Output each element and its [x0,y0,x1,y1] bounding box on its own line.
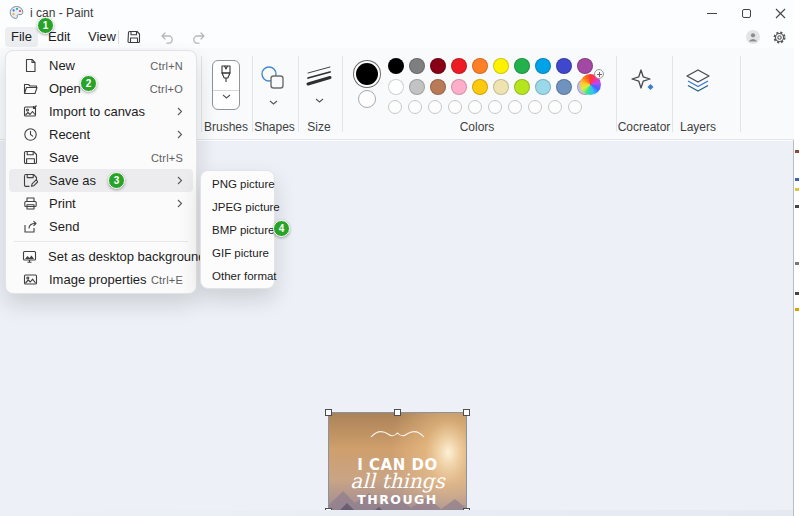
palette-empty-slot[interactable] [488,100,502,114]
menu-item-new[interactable]: New Ctrl+N [9,54,193,77]
toolbar-divider [740,56,741,132]
menu-item-set-as-desktop-background[interactable]: Set as desktop background [9,245,193,268]
close-button[interactable] [763,0,797,26]
cocreator-label: Cocreator [616,120,672,134]
minimize-icon [707,13,717,14]
account-button[interactable] [742,27,764,47]
palette-empty-slot[interactable] [448,100,462,114]
save-as-icon [22,173,38,188]
shortcut: Ctrl+N [150,60,183,72]
submenu-chevron-icon [177,176,183,185]
menu-item-save-as[interactable]: Save as [9,169,193,192]
layers-icon [684,68,712,94]
titlebar: i can - Paint [0,0,794,26]
gear-icon [772,30,787,45]
menu-view[interactable]: View [82,27,122,47]
foreground-color-swatch[interactable] [356,63,378,85]
pasted-image[interactable]: I CAN DO all things THROUGH CHRIST who S… [329,413,466,516]
brushes-label: Brushes [202,120,250,134]
palette-color[interactable] [493,58,509,74]
image-selection[interactable]: I CAN DO all things THROUGH CHRIST who S… [325,409,470,516]
palette-color[interactable] [556,58,572,74]
palette-color[interactable] [472,58,488,74]
size-button[interactable] [306,64,332,103]
palette-color[interactable] [535,58,551,74]
save-as-submenu: PNG picture JPEG picture BMP picture GIF… [200,170,275,289]
palette-empty-slot[interactable] [548,100,562,114]
new-document-icon [22,58,38,73]
palette-color[interactable] [577,58,593,74]
canvas-edge-shadow [0,510,793,516]
poster-line-2: all things [350,469,446,493]
palette-empty-slot[interactable] [508,100,522,114]
cocreator-sparkle-icon [630,68,658,94]
share-icon [22,219,38,234]
shortcut: Ctrl+E [151,274,183,286]
shortcut: Ctrl+O [150,83,183,95]
add-color-icon [594,69,604,79]
toolbar-divider [342,56,343,132]
palette-empty-slot[interactable] [468,100,482,114]
color-palette [388,58,593,119]
redo-icon [190,31,206,44]
submenu-item-bmp[interactable]: BMP picture [203,219,272,242]
layers-button[interactable] [684,68,712,94]
brushes-button[interactable] [212,60,240,110]
palette-color[interactable] [514,79,530,95]
palette-color[interactable] [409,58,425,74]
palette-color[interactable] [493,79,509,95]
palette-color[interactable] [514,58,530,74]
palette-color[interactable] [430,58,446,74]
image-properties-icon [22,272,38,287]
palette-color[interactable] [388,79,404,95]
layers-label: Layers [676,120,720,134]
menu-item-recent[interactable]: Recent [9,123,193,146]
palette-empty-slot[interactable] [428,100,442,114]
chevron-down-icon [315,98,324,103]
quick-save-button[interactable] [123,27,145,47]
menubar-divider [118,30,119,44]
open-folder-icon [22,81,38,96]
menu-item-print[interactable]: Print [9,192,193,215]
submenu-item-png[interactable]: PNG picture [203,173,272,196]
palette-empty-slot[interactable] [388,100,402,114]
palette-empty-slot[interactable] [408,100,422,114]
palette-empty-slot[interactable] [528,100,542,114]
settings-button[interactable] [768,27,790,47]
maximize-icon [742,9,751,18]
palette-color[interactable] [388,58,404,74]
palette-color[interactable] [472,79,488,95]
palette-color[interactable] [409,79,425,95]
menu-item-import-to-canvas[interactable]: Import to canvas [9,100,193,123]
resize-handle-nw[interactable] [325,409,332,416]
submenu-item-gif[interactable]: GIF picture [203,242,272,265]
poster-line-3: THROUGH [357,492,438,507]
cocreator-button[interactable] [630,68,658,94]
minimize-button[interactable] [695,0,729,26]
clock-icon [22,127,38,142]
submenu-item-jpeg[interactable]: JPEG picture [203,196,272,219]
palette-color[interactable] [535,79,551,95]
undo-button[interactable] [157,27,179,47]
palette-empty-slot[interactable] [568,100,582,114]
shapes-button[interactable] [258,64,288,105]
submenu-item-other[interactable]: Other format [203,265,272,288]
menu-divider [14,241,188,242]
resize-handle-ne[interactable] [463,409,470,416]
menu-item-send[interactable]: Send [9,215,193,238]
background-color-swatch[interactable] [358,90,376,108]
resize-handle-n[interactable] [394,409,401,416]
redo-button[interactable] [187,27,209,47]
menu-item-open[interactable]: Open Ctrl+O [9,77,193,100]
menu-file[interactable]: File [5,27,38,47]
printer-icon [22,196,38,211]
shapes-icon [258,64,288,92]
palette-color[interactable] [430,79,446,95]
palette-color[interactable] [451,58,467,74]
maximize-button[interactable] [729,0,763,26]
menu-item-image-properties[interactable]: Image properties Ctrl+E [9,268,193,291]
menu-item-save[interactable]: Save Ctrl+S [9,146,193,169]
palette-color[interactable] [451,79,467,95]
close-icon [775,8,786,19]
palette-color[interactable] [556,79,572,95]
